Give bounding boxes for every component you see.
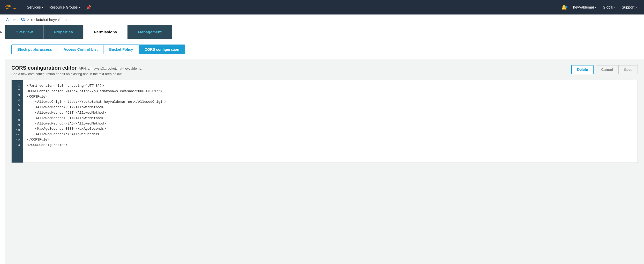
- nav-right: 🔔 heyValdemar ▾ Global ▾ Support ▾: [558, 4, 640, 10]
- editor-subtitle: Add a new cors configuration or edit an …: [11, 72, 143, 76]
- tab-permissions[interactable]: Permissions: [84, 25, 128, 39]
- pin-icon[interactable]: 📌: [83, 0, 94, 14]
- notifications-bell-icon[interactable]: 🔔: [558, 4, 570, 10]
- breadcrumb-current: rocketchat-heyvaldemar: [31, 18, 70, 22]
- notification-dot: [565, 6, 567, 8]
- region-menu[interactable]: Global ▾: [600, 5, 618, 9]
- subtab-block-public-access[interactable]: Block public access: [11, 45, 58, 54]
- editor-buttons: Delete Cancel Save: [571, 65, 638, 74]
- sidebar-toggle-button[interactable]: ▶: [0, 25, 5, 264]
- code-editor[interactable]: 12345678910111213 <?xml version="1.0" en…: [11, 80, 638, 163]
- line-numbers: 12345678910111213: [12, 80, 23, 163]
- user-menu[interactable]: heyValdemar ▾: [570, 5, 600, 9]
- editor-title-main: CORS configuration editor: [11, 65, 77, 71]
- breadcrumb-parent-link[interactable]: Amazon S3: [6, 18, 25, 22]
- subtab-cors-configuration[interactable]: CORS configuration: [139, 45, 185, 54]
- top-navigation: aws Services ▾ Resource Groups ▾ 📌 🔔 hey…: [0, 0, 644, 14]
- subtab-bucket-policy[interactable]: Bucket Policy: [103, 45, 139, 54]
- breadcrumb: Amazon S3 > rocketchat-heyvaldemar: [0, 14, 644, 25]
- cancel-button[interactable]: Cancel: [596, 65, 618, 74]
- editor-title-block: CORS configuration editor ARN: arn:aws:s…: [11, 65, 143, 76]
- editor-title: CORS configuration editor ARN: arn:aws:s…: [11, 65, 143, 71]
- services-menu[interactable]: Services ▾: [24, 0, 46, 14]
- editor-header: CORS configuration editor ARN: arn:aws:s…: [11, 65, 638, 76]
- sub-tabs: Block public access Access Control List …: [5, 39, 644, 60]
- editor-arn: ARN: arn:aws:s3:::rocketchat-heyvaldemar: [79, 67, 143, 70]
- services-chevron-icon: ▾: [42, 6, 43, 9]
- tab-overview[interactable]: Overview: [5, 25, 43, 39]
- subtab-acl[interactable]: Access Control List: [58, 45, 103, 54]
- support-menu[interactable]: Support ▾: [619, 5, 640, 9]
- resource-groups-menu[interactable]: Resource Groups ▾: [46, 0, 83, 14]
- breadcrumb-separator: >: [27, 18, 29, 22]
- delete-button[interactable]: Delete: [571, 65, 594, 74]
- code-content[interactable]: <?xml version="1.0" encoding="UTF-8"?><C…: [23, 80, 638, 163]
- page-wrapper: ▶ Overview Properties Permissions Manage…: [0, 25, 644, 264]
- region-chevron-icon: ▾: [614, 6, 616, 9]
- tab-management[interactable]: Management: [128, 25, 172, 39]
- user-chevron-icon: ▾: [595, 6, 596, 9]
- main-content: Overview Properties Permissions Manageme…: [5, 25, 644, 264]
- aws-logo[interactable]: aws: [4, 3, 18, 11]
- svg-text:aws: aws: [5, 4, 11, 8]
- editor-area: CORS configuration editor ARN: arn:aws:s…: [5, 60, 644, 168]
- resource-groups-chevron-icon: ▾: [79, 6, 80, 9]
- main-tabs: Overview Properties Permissions Manageme…: [5, 25, 644, 39]
- support-chevron-icon: ▾: [635, 6, 637, 9]
- save-button[interactable]: Save: [618, 65, 638, 74]
- tab-properties[interactable]: Properties: [43, 25, 84, 39]
- sidebar-toggle-icon: ▶: [0, 30, 2, 34]
